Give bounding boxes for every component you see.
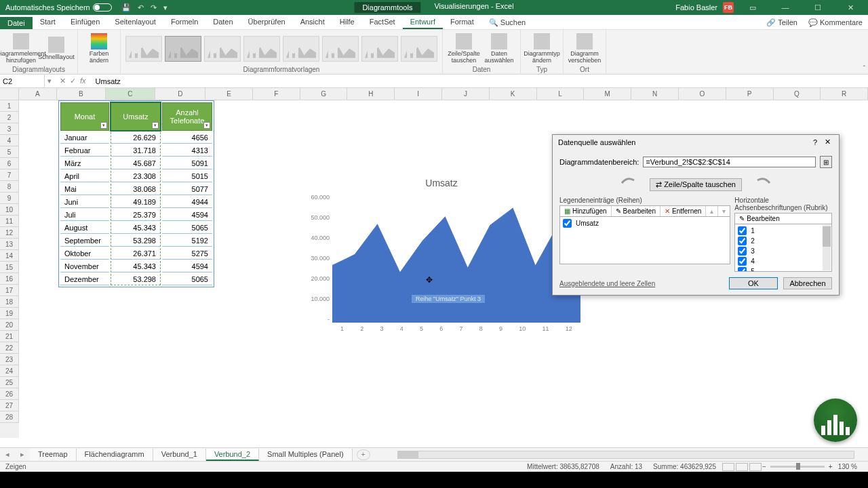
col-header-telefonate[interactable]: Anzahl Telefonate▾ bbox=[162, 102, 212, 131]
row-header[interactable]: 26 bbox=[0, 388, 19, 400]
column-header[interactable]: G bbox=[300, 88, 348, 100]
row-header[interactable]: 11 bbox=[0, 216, 19, 227]
table-row[interactable]: August45.3435065 bbox=[60, 222, 212, 234]
column-header[interactable]: M bbox=[584, 88, 631, 100]
chart-range-input[interactable] bbox=[643, 157, 816, 167]
chart-style-thumb[interactable] bbox=[283, 36, 319, 62]
table-row[interactable]: September53.2985192 bbox=[60, 235, 212, 247]
autosave-toggle[interactable] bbox=[93, 3, 112, 12]
table-row[interactable]: Juni49.1894944 bbox=[60, 197, 212, 208]
tab-ansicht[interactable]: Ansicht bbox=[293, 16, 332, 29]
category-item[interactable]: 4 bbox=[736, 256, 830, 266]
sheet-nav-next-icon[interactable]: ▸ bbox=[15, 450, 30, 459]
row-header[interactable]: 25 bbox=[0, 377, 19, 388]
column-header[interactable]: E bbox=[205, 88, 253, 100]
dialog-help-icon[interactable]: ? bbox=[809, 138, 821, 146]
comments-button[interactable]: 💬 Kommentare bbox=[803, 16, 868, 29]
category-list[interactable]: 1 2 3 4 5 bbox=[734, 224, 832, 272]
table-row[interactable]: April23.3085015 bbox=[60, 171, 212, 182]
scrollbar[interactable] bbox=[823, 225, 831, 270]
column-header[interactable]: B bbox=[57, 88, 106, 100]
zoom-out-icon[interactable]: − bbox=[762, 463, 766, 470]
sheet-nav-prev-icon[interactable]: ◂ bbox=[0, 450, 15, 459]
category-item[interactable]: 2 bbox=[736, 236, 830, 246]
sheet-tab[interactable]: Treemap bbox=[30, 449, 77, 461]
row-header[interactable]: 16 bbox=[0, 273, 19, 285]
row-header[interactable]: 21 bbox=[0, 331, 19, 342]
table-row[interactable]: Oktober26.3715275 bbox=[60, 248, 212, 260]
chart-style-thumb[interactable] bbox=[204, 36, 241, 62]
tab-entwurf[interactable]: Entwurf bbox=[403, 16, 443, 29]
tab-start[interactable]: Start bbox=[33, 16, 63, 29]
row-header[interactable]: 8 bbox=[0, 181, 19, 192]
tab-daten[interactable]: Daten bbox=[205, 16, 240, 29]
search-tab[interactable]: 🔍 Suchen bbox=[481, 16, 533, 29]
category-item[interactable]: 1 bbox=[736, 226, 830, 236]
data-table[interactable]: Monat▾ Umsatz▾ Anzahl Telefonate▾ Januar… bbox=[58, 100, 214, 287]
series-up-button[interactable]: ▴ bbox=[706, 206, 718, 216]
row-header[interactable]: 23 bbox=[0, 354, 19, 365]
zoom-level[interactable]: 130 % bbox=[833, 463, 863, 470]
row-header[interactable]: 28 bbox=[0, 411, 19, 423]
chart-style-thumb[interactable] bbox=[243, 36, 280, 62]
tab-überprüfen[interactable]: Überprüfen bbox=[241, 16, 293, 29]
tab-formeln[interactable]: Formeln bbox=[163, 16, 205, 29]
zoom-slider[interactable] bbox=[770, 466, 825, 468]
column-header[interactable]: O bbox=[679, 88, 726, 100]
sheet-tab[interactable]: Verbund_1 bbox=[153, 449, 206, 461]
range-picker-icon[interactable]: ⊞ bbox=[820, 156, 832, 168]
category-checkbox[interactable] bbox=[738, 257, 747, 266]
column-header[interactable]: R bbox=[821, 88, 868, 100]
row-header[interactable]: 19 bbox=[0, 308, 19, 319]
cancel-button[interactable]: Abbrechen bbox=[783, 277, 832, 289]
column-header[interactable]: D bbox=[155, 88, 205, 100]
quick-layout-button[interactable]: Schnelllayout bbox=[39, 33, 73, 65]
select-data-button[interactable]: Daten auswählen bbox=[482, 33, 516, 65]
chart-object[interactable]: Umsatz 60.00050.00040.00030.00020.00010.… bbox=[296, 175, 587, 351]
undo-icon[interactable]: ↶ bbox=[138, 3, 144, 12]
page-break-view-icon[interactable] bbox=[749, 463, 762, 471]
col-header-monat[interactable]: Monat▾ bbox=[60, 102, 109, 131]
chart-style-thumb[interactable] bbox=[322, 36, 359, 62]
sheet-tab[interactable]: Verbund_2 bbox=[206, 449, 259, 461]
add-chart-element-button[interactable]: Diagrammelement hinzufügen bbox=[4, 33, 38, 65]
table-row[interactable]: Mai38.0685077 bbox=[60, 184, 212, 195]
category-checkbox[interactable] bbox=[738, 226, 747, 235]
column-header[interactable]: N bbox=[631, 88, 679, 100]
namebox-dropdown-icon[interactable]: ▾ bbox=[45, 77, 54, 85]
column-header[interactable]: J bbox=[442, 88, 490, 100]
row-header[interactable]: 1 bbox=[0, 100, 19, 112]
chart-styles-gallery[interactable] bbox=[125, 31, 438, 66]
column-header[interactable]: F bbox=[253, 88, 300, 100]
qat-more-icon[interactable]: ▾ bbox=[163, 3, 167, 12]
cancel-formula-icon[interactable]: ✕ bbox=[60, 77, 66, 85]
collapse-ribbon-icon[interactable]: ˆ bbox=[863, 65, 865, 73]
user-avatar[interactable]: FB bbox=[723, 2, 734, 13]
column-header[interactable]: A bbox=[19, 88, 57, 100]
col-header-umsatz[interactable]: Umsatz▾ bbox=[111, 102, 161, 131]
table-row[interactable]: März45.6875091 bbox=[60, 158, 212, 169]
tab-format[interactable]: Format bbox=[443, 16, 481, 29]
tab-file[interactable]: Datei bbox=[0, 17, 33, 29]
series-edit-button[interactable]: ✎Bearbeiten bbox=[612, 206, 660, 216]
fx-icon[interactable]: fx bbox=[80, 77, 86, 85]
column-header[interactable]: P bbox=[726, 88, 774, 100]
formula-input[interactable]: Umsatz bbox=[92, 77, 868, 85]
category-item[interactable]: 5 bbox=[736, 266, 830, 272]
dialog-close-icon[interactable]: ✕ bbox=[821, 138, 833, 146]
close-icon[interactable]: ✕ bbox=[837, 0, 864, 15]
tab-factset[interactable]: FactSet bbox=[362, 16, 403, 29]
accept-formula-icon[interactable]: ✓ bbox=[70, 77, 76, 85]
category-checkbox[interactable] bbox=[738, 267, 747, 272]
row-header[interactable]: 4 bbox=[0, 135, 19, 146]
filter-icon[interactable]: ▾ bbox=[100, 122, 107, 129]
name-box[interactable]: C2 bbox=[0, 75, 45, 87]
tab-einfügen[interactable]: Einfügen bbox=[63, 16, 107, 29]
filter-icon[interactable]: ▾ bbox=[203, 122, 210, 129]
series-item[interactable]: Umsatz bbox=[561, 218, 728, 228]
row-header[interactable]: 20 bbox=[0, 319, 19, 331]
column-header[interactable]: K bbox=[490, 88, 537, 100]
series-list[interactable]: Umsatz bbox=[559, 217, 730, 264]
row-header[interactable]: 14 bbox=[0, 250, 19, 262]
ribbon-options-icon[interactable]: ▭ bbox=[739, 0, 766, 15]
